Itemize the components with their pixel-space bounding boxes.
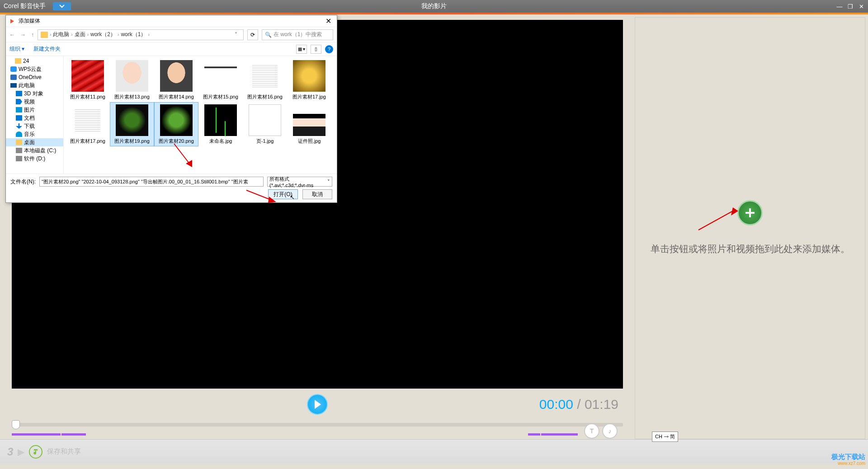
file-thumbnail: [293, 104, 326, 136]
file-item[interactable]: 证件照.jpg: [287, 102, 331, 146]
open-button[interactable]: 打开(O) ↖: [268, 189, 298, 199]
file-item[interactable]: 图片素材17.jpg: [287, 58, 331, 102]
tree-item[interactable]: 软件 (D:): [6, 155, 63, 163]
filename-input[interactable]: [39, 177, 264, 187]
dialog-nav-row: ← → ↑ › 此电脑› 桌面› work（2）› work（1）› ˅ ⟳ 🔍…: [6, 27, 337, 42]
organize-menu[interactable]: 组织 ▾: [9, 46, 24, 52]
file-thumbnail: [71, 104, 104, 136]
maximize-button[interactable]: ❐: [847, 3, 854, 10]
file-label: 图片素材17.jpg: [289, 94, 330, 100]
ime-indicator[interactable]: CH 🡒 简: [652, 431, 678, 442]
tree-item[interactable]: 桌面: [6, 138, 63, 146]
file-item[interactable]: 图片素材14.png: [154, 58, 198, 102]
dialog-close-button[interactable]: ✕: [323, 17, 333, 25]
help-button[interactable]: ?: [325, 45, 333, 53]
file-item[interactable]: 图片素材16.png: [243, 58, 287, 102]
clip-segment: [61, 433, 86, 436]
share-icon[interactable]: [29, 445, 42, 459]
nav-up-button[interactable]: ↑: [31, 32, 34, 38]
dl-icon: [16, 123, 22, 129]
breadcrumb-dropdown-icon[interactable]: ˅: [231, 32, 241, 38]
file-list-pane[interactable]: 图片素材11.png图片素材13.png图片素材14.png图片素材15.png…: [64, 56, 337, 174]
annotation-arrow-icon: [694, 207, 739, 234]
app-name: Corel 影音快手: [4, 2, 46, 10]
file-label: 图片素材15.png: [200, 94, 241, 100]
file-label: 图片素材16.png: [245, 94, 285, 100]
media-drop-panel[interactable]: 单击按钮或将照片和视频拖到此处来添加媒体。 ⚙: [635, 17, 865, 439]
timeline-track[interactable]: [12, 423, 623, 427]
new-folder-button[interactable]: 新建文件夹: [33, 46, 61, 52]
file-thumbnail: [204, 60, 237, 92]
file-item[interactable]: 图片素材17.png: [66, 102, 110, 146]
tree-item[interactable]: 此电脑: [6, 81, 63, 89]
search-box[interactable]: 🔍 在 work（1）中搜索: [262, 29, 333, 40]
add-text-button[interactable]: T: [584, 423, 599, 439]
watermark: 极光下载站 www.xz7.com: [831, 453, 865, 466]
file-item[interactable]: 页-1.jpg: [243, 102, 287, 146]
cancel-button[interactable]: 取消: [302, 189, 332, 199]
file-item[interactable]: 图片素材15.png: [198, 58, 243, 102]
file-item[interactable]: 图片素材13.png: [110, 58, 154, 102]
tree-item-label: 此电脑: [19, 82, 35, 89]
file-thumbnail: [249, 104, 281, 136]
tree-item[interactable]: 文档: [6, 114, 63, 122]
doc-icon: [16, 115, 22, 121]
title-dropdown-button[interactable]: [53, 2, 71, 10]
tree-item[interactable]: 视频: [6, 98, 63, 106]
tree-item-label: 下载: [24, 122, 35, 130]
search-placeholder: 在 work（1）中搜索: [274, 31, 322, 38]
dialog-toolbar: 组织 ▾ 新建文件夹 ▦ ▾ ▯ ?: [6, 42, 337, 56]
filename-label: 文件名(N):: [10, 178, 36, 186]
file-label: 页-1.jpg: [245, 138, 285, 144]
breadcrumb-bar[interactable]: › 此电脑› 桌面› work（2）› work（1）› ˅: [38, 29, 244, 40]
folder-tree[interactable]: 24WPS云盘OneDrive此电脑3D 对象视频图片文档下载音乐桌面本地磁盘 …: [6, 56, 64, 174]
music-icon: [16, 131, 22, 137]
tree-item[interactable]: 本地磁盘 (C:): [6, 146, 63, 155]
file-item[interactable]: [66, 146, 110, 174]
file-thumbnail: [71, 149, 104, 174]
tree-item-label: 3D 对象: [24, 90, 43, 98]
add-media-button[interactable]: [737, 200, 763, 225]
file-item[interactable]: 图片素材20.png: [154, 102, 198, 146]
file-item[interactable]: 未命名.jpg: [198, 102, 243, 146]
folder-icon: [15, 58, 21, 64]
add-media-hint: 单击按钮或将照片和视频拖到此处来添加媒体。: [637, 242, 863, 256]
nav-back-button[interactable]: ←: [9, 32, 15, 38]
refresh-button[interactable]: ⟳: [247, 29, 258, 40]
project-title: 我的影片: [421, 2, 447, 10]
add-music-button[interactable]: ♪: [602, 423, 618, 439]
tree-item[interactable]: 3D 对象: [6, 89, 63, 98]
tree-item-label: WPS云盘: [19, 66, 42, 73]
file-label: 图片素材19.png: [112, 138, 152, 144]
tree-item[interactable]: 音乐: [6, 130, 63, 138]
current-time: 00:00: [539, 397, 573, 412]
play-button[interactable]: [307, 394, 328, 415]
view-mode-button[interactable]: ▦ ▾: [296, 45, 307, 54]
file-item[interactable]: 图片素材19.png: [110, 102, 154, 146]
time-display: 00:00 / 01:19: [539, 397, 618, 412]
tree-item[interactable]: OneDrive: [6, 73, 63, 81]
file-thumbnail: [71, 60, 104, 92]
pc-icon: [10, 83, 17, 88]
step-number: 3: [7, 446, 13, 458]
step-label[interactable]: 保存和共享: [47, 447, 81, 456]
file-type-filter[interactable]: 所有格式 (*.avi;*.c3d;*.dvr-ms˅: [267, 177, 332, 187]
close-button[interactable]: ✕: [858, 3, 864, 10]
minimize-button[interactable]: —: [836, 3, 843, 10]
tree-item[interactable]: 图片: [6, 106, 63, 114]
timeline[interactable]: T ♪: [12, 418, 623, 436]
file-label: 图片素材13.png: [112, 94, 152, 100]
clip-segment: [541, 433, 578, 436]
titlebar: Corel 影音快手 我的影片 — ❐ ✕: [0, 0, 868, 13]
file-item[interactable]: 图片素材11.png: [66, 58, 110, 102]
clip-segment: [528, 433, 540, 436]
tree-item[interactable]: 24: [6, 57, 63, 65]
tree-item[interactable]: 下载: [6, 122, 63, 130]
timeline-scrubber[interactable]: [12, 420, 20, 429]
preview-pane-button[interactable]: ▯: [311, 45, 321, 54]
file-thumbnail: [249, 60, 281, 92]
file-thumbnail: [204, 104, 237, 136]
file-open-dialog: 添加媒体 ✕ ← → ↑ › 此电脑› 桌面› work（2）› work（1）…: [5, 15, 337, 203]
nav-forward-button[interactable]: →: [20, 32, 26, 38]
tree-item[interactable]: WPS云盘: [6, 65, 63, 73]
